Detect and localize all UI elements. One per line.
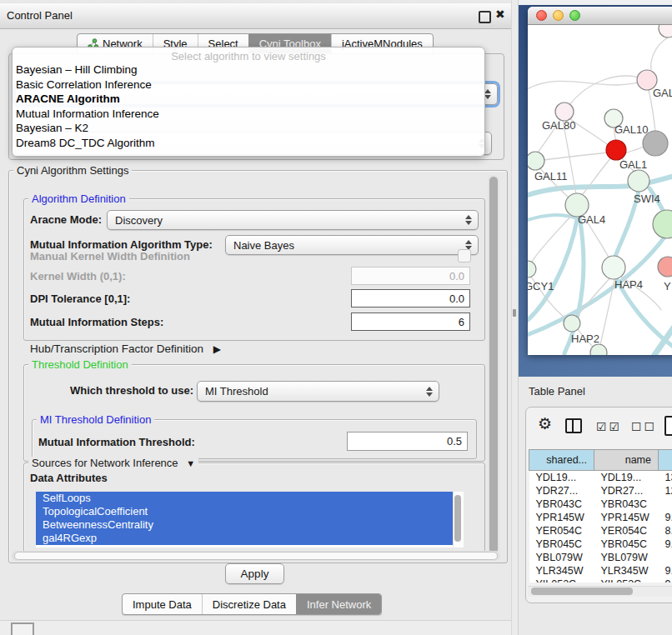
split-columns-icon[interactable] — [565, 418, 582, 433]
gear-icon[interactable]: ⚙ — [538, 414, 552, 433]
algorithm-option[interactable]: Bayesian – K2 — [13, 121, 484, 136]
table-cell[interactable]: 9. — [659, 578, 672, 582]
apply-button[interactable]: Apply — [225, 563, 284, 584]
table-cell[interactable]: YER054C — [529, 524, 594, 538]
sources-title[interactable]: Sources for Network Inference ▼ — [28, 457, 198, 469]
network-node-hap4[interactable] — [602, 256, 625, 279]
tab-infer-network[interactable]: Infer Network — [296, 594, 381, 614]
mi-steps-field[interactable]: 6 — [351, 312, 470, 331]
column-header[interactable]: A — [659, 450, 672, 471]
network-node-hap2[interactable] — [564, 315, 580, 332]
close-icon[interactable]: ✖ — [495, 8, 505, 21]
algorithm-option[interactable]: Bayesian – Hill Climbing — [13, 62, 484, 78]
table-row[interactable]: YBR043CYBR043C — [529, 498, 672, 511]
table-row[interactable]: YDL19...YDL19...13 — [529, 471, 672, 485]
attribute-item[interactable]: BetweennessCentrality — [36, 518, 463, 532]
table-cell[interactable]: YDR27... — [529, 484, 594, 498]
table-hscrollbar-thumb[interactable] — [531, 588, 633, 595]
table-cell[interactable] — [659, 498, 672, 511]
table-cell[interactable]: YIL052C — [594, 578, 659, 582]
table-cell[interactable]: 9. — [659, 538, 672, 551]
table-cell[interactable]: YBL079W — [529, 551, 594, 564]
panel-splitter[interactable] — [511, 0, 519, 635]
network-window-titlebar[interactable] — [528, 7, 672, 25]
tab-impute-data[interactable]: Impute Data — [123, 594, 202, 614]
algorithm-option[interactable]: Dream8 DC_TDC Algorithm — [13, 136, 484, 151]
algorithm-option[interactable]: Basic Correlation Inference — [13, 78, 484, 92]
select-all-icon[interactable]: ☑☑ — [596, 420, 622, 433]
mi-threshold-field[interactable]: 0.5 — [347, 432, 468, 451]
table-cell[interactable]: YPR145W — [529, 511, 594, 524]
table-cell[interactable]: YBL079W — [594, 551, 659, 564]
table-row[interactable]: YPR145WYPR145W9. — [529, 511, 672, 524]
which-threshold-combobox[interactable]: MI Threshold — [197, 381, 439, 402]
table-cell[interactable]: YBR045C — [594, 538, 659, 551]
hub-section-toggle[interactable]: Hub/Transcription Factor Definition ▶ — [30, 342, 221, 356]
table-cell[interactable]: YDR27... — [594, 484, 659, 498]
network-canvas[interactable]: GALGAL80GAL10GAL1GAL11SWI4GAL4GCY1HAP4YH… — [528, 25, 672, 355]
column-header[interactable]: name — [594, 450, 659, 471]
network-node[interactable] — [590, 344, 607, 355]
network-node-gcy1[interactable] — [528, 261, 536, 278]
close-button[interactable] — [536, 10, 547, 21]
chevron-right-icon[interactable]: ▶ — [213, 343, 221, 355]
table-cell[interactable]: YDL19... — [529, 471, 594, 485]
table-cell[interactable]: YER054C — [594, 524, 659, 538]
algorithm-option[interactable]: ARACNE Algorithm — [13, 92, 484, 107]
table-cell[interactable]: 13 — [659, 471, 672, 485]
table-cell[interactable]: YDL19... — [594, 471, 659, 485]
table-row[interactable]: YBL079WYBL079W — [529, 551, 672, 564]
column-header[interactable]: shared... — [529, 450, 594, 471]
table-row[interactable]: YLR345WYLR345W9. — [529, 564, 672, 578]
table-cell[interactable]: 12 — [659, 484, 672, 498]
table-cell[interactable]: YBR043C — [594, 498, 659, 511]
zoom-button[interactable] — [569, 10, 580, 21]
chevron-down-icon[interactable]: ▼ — [186, 458, 195, 468]
file-icon[interactable] — [664, 416, 672, 436]
table-cell[interactable]: YBR043C — [529, 498, 594, 511]
splitter-handle[interactable] — [513, 309, 516, 317]
attributes-vscrollbar-thumb[interactable] — [454, 495, 461, 542]
float-icon[interactable] — [479, 11, 491, 23]
network-edge[interactable] — [528, 80, 647, 92]
table-cell[interactable]: 8. — [659, 524, 672, 538]
table-cell[interactable]: 9. — [659, 511, 672, 524]
network-node[interactable] — [659, 25, 672, 38]
mi-type-combobox[interactable]: Naive Bayes — [225, 235, 479, 255]
deselect-all-icon[interactable]: ☐☐ — [631, 420, 657, 433]
network-node-gal11[interactable] — [528, 152, 544, 170]
attribute-item[interactable]: SelfLoops — [36, 492, 463, 505]
network-node-y[interactable] — [658, 257, 672, 277]
table-cell[interactable]: YLR345W — [594, 564, 659, 578]
network-node-gal80[interactable] — [555, 102, 574, 121]
table-cell[interactable]: YPR145W — [594, 511, 659, 524]
attribute-item[interactable]: gal4RGexp — [36, 532, 463, 545]
algorithm-option[interactable]: Mutual Information Inference — [13, 107, 484, 122]
attribute-item[interactable]: TopologicalCoefficient — [36, 505, 463, 518]
network-window[interactable]: GALGAL80GAL10GAL1GAL11SWI4GAL4GCY1HAP4YH… — [528, 7, 672, 355]
dpi-tolerance-field[interactable]: 0.0 — [351, 289, 470, 308]
network-node-gal1[interactable] — [606, 140, 626, 160]
tab-discretize-data[interactable]: Discretize Data — [202, 594, 296, 614]
network-edge[interactable] — [569, 76, 647, 105]
table-cell[interactable] — [659, 551, 672, 564]
minimized-panel-icon[interactable] — [11, 622, 34, 635]
table-cell[interactable]: YLR345W — [529, 564, 594, 578]
table-row[interactable]: YBR045CYBR045C9. — [529, 538, 672, 551]
table-cell[interactable]: YIL052C — [529, 578, 594, 582]
settings-vscrollbar-thumb[interactable] — [489, 177, 498, 553]
table-row[interactable]: YIL052CYIL052C9. — [529, 578, 672, 582]
table-cell[interactable]: 9. — [659, 564, 672, 578]
network-edge[interactable] — [544, 152, 608, 160]
table-row[interactable]: YDR27...YDR27...12 — [529, 484, 672, 498]
settings-hscrollbar-thumb[interactable] — [14, 552, 498, 560]
aracne-mode-combobox[interactable]: Discovery — [107, 210, 479, 230]
network-edge[interactable] — [582, 158, 611, 195]
network-node-swi4[interactable] — [628, 170, 649, 192]
table-cell[interactable]: YBR045C — [529, 538, 594, 551]
table-row[interactable]: YER054CYER054C8. — [529, 524, 672, 538]
network-node[interactable] — [653, 210, 672, 238]
network-edge[interactable] — [651, 38, 668, 72]
minimize-button[interactable] — [553, 10, 564, 21]
table-container: ⚙ ☑☑ ☐☐ shared...nameA YDL19...YDL19...1… — [525, 407, 672, 603]
